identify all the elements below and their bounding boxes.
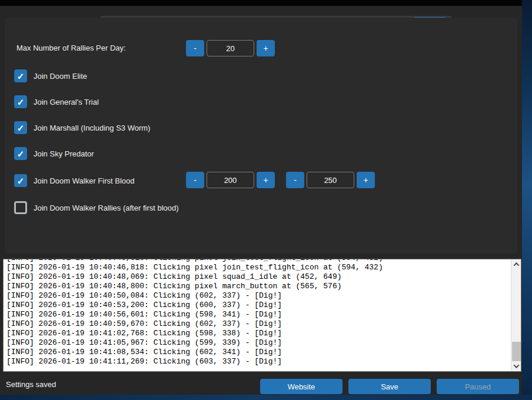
max-rallies-stepper: - + <box>186 40 275 56</box>
doom-walker-value1-increment-button[interactable]: + <box>257 172 275 188</box>
log-line: [INFO] 2026-01-19 10:40:53,200: Clicking… <box>6 301 511 310</box>
join-doom-walker-rallies-label: Join Doom Walker Rallies (after first bl… <box>34 204 179 212</box>
max-rallies-input[interactable] <box>207 40 254 56</box>
website-button[interactable]: Website <box>260 379 343 394</box>
rallies-settings-panel: Max Number of Rallies Per Day: - + ✓ Joi… <box>5 18 517 254</box>
checkmark-icon: ✓ <box>17 149 25 158</box>
log-line: [INFO] 2026-01-19 10:41:11,269: Clicking… <box>6 357 511 366</box>
row-join-generals-trial: ✓ Join General's Trial <box>14 95 99 109</box>
app-window: Bot Config General Gathering Alliance & … <box>0 0 532 400</box>
join-doom-walker-rallies-checkbox[interactable]: ✓ <box>14 201 27 214</box>
log-line: [INFO] 2026-01-19 10:40:46,818: Clicking… <box>6 263 511 272</box>
max-rallies-decrement-button[interactable]: - <box>186 40 204 56</box>
scroll-down-button[interactable] <box>511 361 521 371</box>
bot-main-window: Bot Config General Gathering Alliance & … <box>0 6 522 395</box>
doom-walker-stepper-2: - + <box>286 172 375 188</box>
row-join-doom-elite: ✓ Join Doom Elite <box>14 69 87 83</box>
join-doom-elite-label: Join Doom Elite <box>34 72 87 81</box>
desktop-right-strip <box>522 0 532 400</box>
doom-walker-value2-increment-button[interactable]: + <box>357 172 375 188</box>
join-marshall-label: Join Marshall (Including S3 Worm) <box>34 124 150 132</box>
scrollbar-thumb[interactable] <box>512 342 521 361</box>
join-generals-trial-checkbox[interactable]: ✓ <box>14 95 27 108</box>
log-lines: [INFO] 2026-01-19 10:40:46,818: Clicking… <box>6 259 511 366</box>
status-message: Settings saved <box>6 377 56 392</box>
log-line: [INFO] 2026-01-19 10:40:56,601: Clicking… <box>6 310 511 319</box>
checkmark-icon: ✓ <box>17 72 25 81</box>
max-rallies-increment-button[interactable]: + <box>257 40 275 56</box>
row-join-doom-walker-first-blood: ✓ Join Doom Walker First Blood <box>14 174 134 188</box>
row-join-marshall: ✓ Join Marshall (Including S3 Worm) <box>14 121 150 135</box>
log-line: [INFO] 2026-01-19 10:40:48,069: Clicking… <box>6 272 511 282</box>
doom-walker-value1-decrement-button[interactable]: - <box>186 172 204 188</box>
log-scrollbar[interactable] <box>511 259 521 371</box>
save-button[interactable]: Save <box>348 379 431 394</box>
log-output-panel: [INFO] 2026-01-19 10:40:46,818: Clicking… <box>3 259 521 372</box>
join-doom-walker-first-blood-label: Join Doom Walker First Blood <box>34 176 134 185</box>
join-marshall-checkbox[interactable]: ✓ <box>14 121 27 134</box>
checkmark-icon: ✓ <box>17 124 25 132</box>
log-line: [INFO] 2026-01-19 10:41:08,534: Clicking… <box>6 348 511 357</box>
log-line: [INFO] 2026-01-19 10:41:05,967: Clicking… <box>6 338 511 348</box>
chevron-down-icon <box>514 362 520 368</box>
checkmark-icon: ✓ <box>17 176 25 185</box>
row-join-sky-predator: ✓ Join Sky Predator <box>14 146 94 161</box>
join-generals-trial-label: Join General's Trial <box>34 98 99 106</box>
doom-walker-stepper-1: - + <box>186 172 275 188</box>
join-sky-predator-checkbox[interactable]: ✓ <box>14 147 27 160</box>
join-sky-predator-label: Join Sky Predator <box>34 149 94 158</box>
log-viewport[interactable]: [INFO] 2026-01-19 10:40:46,818: Clicking… <box>4 259 511 371</box>
row-join-doom-walker-rallies: ✓ Join Doom Walker Rallies (after first … <box>14 201 179 215</box>
desktop-top-strip <box>0 0 522 6</box>
log-line: [INFO] 2026-01-19 10:40:50,084: Clicking… <box>6 291 511 301</box>
doom-walker-value2-input[interactable] <box>307 172 354 188</box>
doom-walker-value2-decrement-button[interactable]: - <box>286 172 304 188</box>
scroll-up-button[interactable] <box>511 259 521 269</box>
desktop-bottom-strip <box>0 395 532 400</box>
log-line: [INFO] 2026-01-19 10:40:48,800: Clicking… <box>6 282 511 291</box>
checkmark-icon: ✓ <box>17 98 25 106</box>
paused-button[interactable]: Paused <box>437 379 519 394</box>
join-doom-elite-checkbox[interactable]: ✓ <box>14 69 27 82</box>
log-line: [INFO] 2026-01-19 10:41:02,768: Clicking… <box>6 329 511 338</box>
max-rallies-label: Max Number of Rallies Per Day: <box>16 40 126 56</box>
join-doom-walker-first-blood-checkbox[interactable]: ✓ <box>14 174 27 187</box>
chevron-up-icon <box>514 262 520 268</box>
log-line: [INFO] 2026-01-19 10:40:59,670: Clicking… <box>6 319 511 329</box>
doom-walker-value1-input[interactable] <box>207 172 254 188</box>
